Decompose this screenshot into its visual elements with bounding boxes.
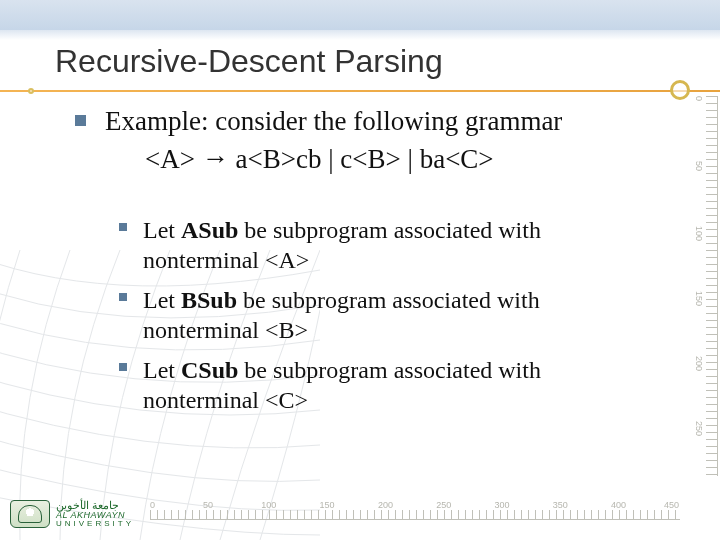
grammar-lhs: <A> [145,144,195,174]
slide: Recursive-Descent Parsing Example: consi… [0,0,720,540]
ruler-label: 100 [261,500,276,510]
ruler-label: 150 [320,500,335,510]
intro-text: Example: consider the following grammar [105,105,660,139]
university-logo: جامعة الأخوين AL AKHAWAYN UNIVERSITY [10,500,134,528]
slide-title: Recursive-Descent Parsing [55,43,443,80]
vertical-ruler: 0 50 100 150 200 250 [692,96,718,476]
ruler-label: 400 [611,500,626,510]
square-bullet-icon [119,363,127,371]
sub-text: Let ASub be subprogram associated with n… [143,215,660,275]
sub-text: Let BSub be subprogram associated with n… [143,285,660,345]
sub-name: CSub [181,357,238,383]
logo-text: جامعة الأخوين AL AKHAWAYN UNIVERSITY [56,500,134,528]
ruler-label: 200 [378,500,393,510]
accent-circle-large [670,80,690,100]
ruler-ticks [150,510,680,520]
ruler-label: 50 [694,161,704,171]
ruler-label: 0 [694,96,704,101]
ruler-ticks [706,96,718,476]
ruler-label: 0 [150,500,155,510]
arrow-icon: → [202,142,229,176]
logo-emblem-icon [10,500,50,528]
prefix: Let [143,357,181,383]
square-bullet-icon [119,223,127,231]
bullet-level1: Example: consider the following grammar … [105,105,660,177]
bullet-level2: Let CSub be subprogram associated with n… [143,355,660,415]
top-band [0,0,720,30]
title-underline [0,90,720,92]
grammar-rule: <A> → a<B>cb | c<B> | ba<C> [145,143,660,177]
ruler-label: 200 [694,356,704,371]
nonterminal: <C> [265,387,308,413]
grammar-rhs: a<B>cb | c<B> | ba<C> [235,144,493,174]
ruler-label: 100 [694,226,704,241]
bullet-level2: Let ASub be subprogram associated with n… [143,215,660,275]
sub-name: BSub [181,287,237,313]
sub-bullets: Let ASub be subprogram associated with n… [143,215,660,415]
accent-circle-small [28,88,34,94]
square-bullet-icon [75,115,86,126]
nonterminal: <B> [265,317,308,343]
ruler-label: 350 [553,500,568,510]
ruler-label: 300 [495,500,510,510]
ruler-label: 150 [694,291,704,306]
content-area: Example: consider the following grammar … [105,105,660,425]
prefix: Let [143,217,181,243]
bullet-level2: Let BSub be subprogram associated with n… [143,285,660,345]
ruler-label: 50 [203,500,213,510]
prefix: Let [143,287,181,313]
nonterminal: <A> [265,247,309,273]
sub-name: ASub [181,217,238,243]
square-bullet-icon [119,293,127,301]
ruler-label: 450 [664,500,679,510]
ruler-labels: 0 50 100 150 200 250 300 350 400 450 [150,498,680,510]
horizontal-ruler: 0 50 100 150 200 250 300 350 400 450 [150,498,680,520]
sub-text: Let CSub be subprogram associated with n… [143,355,660,415]
logo-en-bot: UNIVERSITY [56,520,134,528]
ruler-label: 250 [694,421,704,436]
ruler-label: 250 [436,500,451,510]
